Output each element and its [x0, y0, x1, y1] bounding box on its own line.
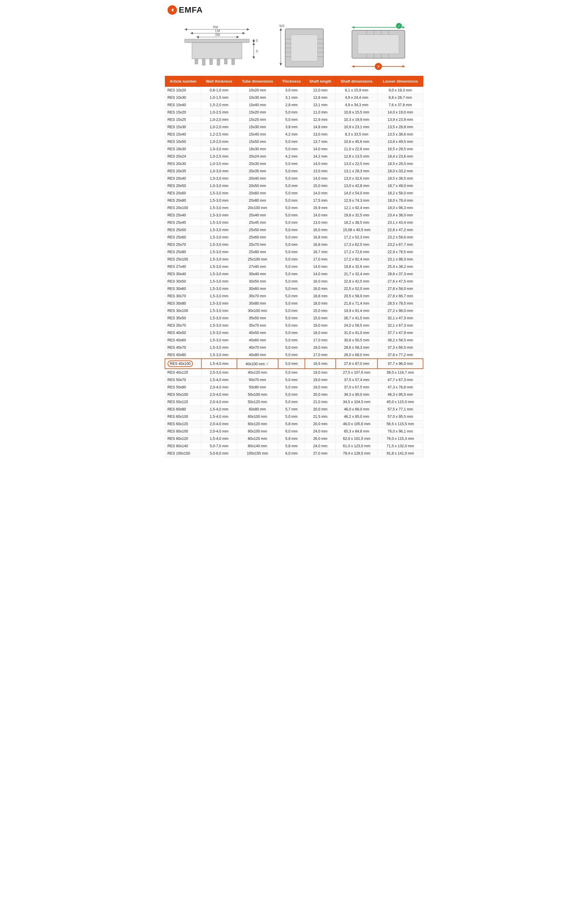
- table-cell: 5,0 mm: [278, 212, 305, 219]
- svg-marker-11: [237, 36, 239, 38]
- table-cell: 5,0 mm: [278, 315, 305, 322]
- table-cell: 1,5-3,0 mm: [202, 212, 237, 219]
- table-cell: 100x150 mm: [237, 450, 278, 457]
- table-cell: 15x50 mm: [237, 138, 278, 146]
- table-cell: 32,1 x 67,3 mm: [377, 322, 423, 329]
- svg-rect-20: [232, 59, 234, 65]
- table-row: RES 40x1202,5-3,0 mm40x120 mm5,0 mm19,0 …: [165, 369, 423, 376]
- table-cell: 28,6 x 37,3 mm: [377, 270, 423, 278]
- table-cell: RES 50x120: [165, 399, 202, 406]
- table-cell: 13,7 mm: [305, 138, 336, 146]
- table-cell: 40x120 mm: [237, 369, 278, 376]
- table-cell: 37,3 x 66,5 mm: [377, 344, 423, 351]
- col-header-louver: Louver dimensions: [377, 76, 423, 87]
- table-cell: 16,8 mm: [305, 241, 336, 248]
- table-cell: RES 40x80: [165, 351, 202, 359]
- table-cell: 20,5 x 58,9 mm: [336, 293, 377, 300]
- table-cell: 50x70 mm: [237, 376, 278, 384]
- table-cell: 13,8 x 49,5 mm: [377, 138, 423, 146]
- table-cell: 91,8 x 141,0 mm: [377, 450, 423, 457]
- table-cell: 23,2 x 67,7 mm: [377, 241, 423, 248]
- table-cell: 24,0 x 58,5 mm: [336, 322, 377, 329]
- table-cell: 5,0 mm: [278, 109, 305, 116]
- svg-marker-61: [352, 65, 354, 68]
- table-cell: 1,5-3,0 mm: [202, 241, 237, 248]
- table-cell: 1,5-3,0 mm: [202, 300, 237, 307]
- table-cell: 8,3 x 33,5 mm: [336, 131, 377, 138]
- table-cell: 31,0 x 41,0 mm: [336, 329, 377, 337]
- table-cell: RES 25x100: [165, 256, 202, 263]
- table-cell: 5,0 mm: [278, 248, 305, 256]
- table-cell: 14,2 mm: [305, 153, 336, 160]
- table-cell: 15x30 mm: [237, 124, 278, 131]
- table-cell: 46,2 x 85,0 mm: [336, 413, 377, 421]
- table-cell: 17,0 mm: [305, 351, 336, 359]
- table-row: RES 20x351,0-3,0 mm20x35 mm5,0 mm13,0 mm…: [165, 168, 423, 175]
- table-cell: 14,0 mm: [305, 146, 336, 153]
- table-cell: RES 50x80: [165, 384, 202, 391]
- table-cell: 5,0 mm: [278, 307, 305, 315]
- svg-marker-32: [279, 63, 282, 65]
- table-row: RES 25x701,5-3,0 mm25x70 mm5,0 mm16,8 mm…: [165, 241, 423, 248]
- table-row: RES 15x401,2-2,5 mm15x40 mm4,2 mm13,0 mm…: [165, 131, 423, 138]
- table-cell: 4,2 mm: [278, 131, 305, 138]
- table-cell: RES 15x20: [165, 109, 202, 116]
- table-cell: 10,3 x 19,9 mm: [336, 116, 377, 124]
- table-cell: 21,7 x 32,4 mm: [336, 270, 377, 278]
- table-cell: 2,0-4,0 mm: [202, 399, 237, 406]
- table-cell: 5,0 mm: [278, 270, 305, 278]
- table-cell: 3,1 mm: [278, 94, 305, 101]
- table-cell: 10x30 mm: [237, 94, 278, 101]
- table-cell: 80x140 mm: [237, 442, 278, 450]
- table-cell: 25x40 mm: [237, 212, 278, 219]
- table-cell: 1,0-2,0 mm: [202, 116, 237, 124]
- table-cell: 27,6 x 87,0 mm: [336, 359, 377, 369]
- diagram-middle-svg: WS: [272, 23, 331, 70]
- table-cell: 35x50 mm: [237, 315, 278, 322]
- table-cell: 22,5 x 52,0 mm: [336, 285, 377, 293]
- table-cell: 21,5 mm: [305, 413, 336, 421]
- table-cell: 1,0-2,0 mm: [202, 138, 237, 146]
- col-header-shaft-len: Shaft length: [305, 76, 336, 87]
- table-cell: RES 15x50: [165, 138, 202, 146]
- svg-marker-62: [402, 65, 405, 68]
- table-cell: 1,5-2,0 mm: [202, 101, 237, 109]
- table-cell: 1,5-3,0 mm: [202, 315, 237, 322]
- table-cell: 18,8 mm: [305, 293, 336, 300]
- table-cell: 14,0 mm: [305, 160, 336, 168]
- table-cell: 5,0 mm: [278, 293, 305, 300]
- table-cell: RES 30x70: [165, 293, 202, 300]
- table-cell: RES 50x70: [165, 376, 202, 384]
- table-cell: RES 40x120: [165, 369, 202, 376]
- svg-rect-15: [195, 59, 198, 64]
- table-cell: 40x100 mm ✓: [237, 359, 278, 369]
- table-cell: 16,0 mm: [305, 227, 336, 234]
- table-cell: 10x20 mm: [237, 87, 278, 94]
- table-cell: 80x120 mm: [237, 435, 278, 442]
- table-cell: 1,5-3,0 mm: [202, 293, 237, 300]
- table-cell: 17,5 mm: [305, 197, 336, 204]
- table-cell: 0,8-1,0 mm: [202, 87, 237, 94]
- table-cell: 1,5-3,0 mm: [202, 351, 237, 359]
- table-cell: 1,5-4,0 mm: [202, 376, 237, 384]
- table-cell: 13,0 mm: [305, 219, 336, 227]
- table-cell: 2,5-3,0 mm: [202, 369, 237, 376]
- table-cell: 1,5-4,0 mm: [202, 435, 237, 442]
- table-cell: 5,8 mm: [278, 435, 305, 442]
- table-cell: 19,0 mm: [305, 322, 336, 329]
- table-row: RES 25x1001,5-3,0 mm25x100 mm5,0 mm17,0 …: [165, 256, 423, 263]
- table-cell: 5,0 mm: [278, 413, 305, 421]
- col-header-tube: Tube dimensions: [237, 76, 278, 87]
- table-cell: 37,5 x 57,4 mm: [336, 376, 377, 384]
- table-cell: 47,3 x 76,8 mm: [377, 384, 423, 391]
- svg-text:WS: WS: [279, 24, 285, 28]
- svg-text:SE: SE: [256, 50, 258, 53]
- table-cell: RES 40x100: [165, 359, 202, 369]
- table-cell: 1,5-3,0 mm: [202, 270, 237, 278]
- table-cell: 26,0 mm: [305, 435, 336, 442]
- table-header-row: Article number Wall thickness Tube dimen…: [165, 76, 423, 87]
- svg-text:✓: ✓: [397, 24, 400, 28]
- table-cell: 20,0 mm: [305, 406, 336, 413]
- table-cell: 23,4 x 38,0 mm: [377, 212, 423, 219]
- diagram-middle: WS: [272, 23, 331, 70]
